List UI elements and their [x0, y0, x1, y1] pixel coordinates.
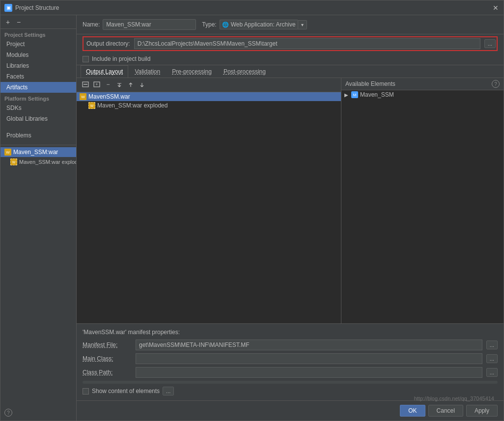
main-content: + − Project Settings Project Modules Lib… [0, 15, 504, 421]
artifact-tree-item-war-exploded[interactable]: W Maven_SSM:war exploded [0, 157, 76, 167]
sidebar: + − Project Settings Project Modules Lib… [0, 15, 77, 421]
manifest-file-label: Manifest File: [83, 342, 132, 348]
show-content-checkbox[interactable] [83, 388, 89, 395]
war-exploded-icon: W [10, 158, 17, 165]
sidebar-toolbar: + − [0, 15, 76, 29]
war-icon: W [4, 149, 11, 156]
tab-post-processing[interactable]: Post-processing [218, 65, 271, 78]
war-exploded-icon-tree: W [88, 102, 95, 109]
sidebar-item-global-libraries[interactable]: Global Libraries [0, 113, 76, 124]
include-checkbox[interactable] [83, 56, 89, 62]
move-up-button[interactable] [126, 80, 136, 90]
output-toolbar: + − [77, 78, 341, 92]
available-elements-header: Available Elements ? [341, 78, 504, 90]
manifest-section: 'MavenSSM.war' manifest properties: Mani… [77, 323, 504, 400]
output-dir-label: Output directory: [84, 40, 130, 47]
main-class-label: Main Class: [83, 355, 132, 362]
sidebar-item-problems[interactable]: Problems [0, 130, 76, 141]
artifact-tree-item-war[interactable]: W Maven_SSM:war [0, 147, 76, 157]
scroll-indicator [83, 381, 498, 384]
sidebar-item-modules[interactable]: Modules [0, 50, 76, 60]
type-label: Type: [202, 21, 216, 28]
sidebar-item-facets[interactable]: Facets [0, 71, 76, 82]
svg-text:+: + [95, 82, 98, 87]
project-settings-section: Project Settings [0, 29, 76, 39]
output-layout-panel: + − [77, 78, 504, 323]
add-element-button[interactable]: + [92, 80, 102, 90]
type-select-container: 🌐 Web Application: Archive ▾ [220, 20, 307, 29]
type-dropdown-button[interactable]: ▾ [298, 20, 307, 29]
svg-rect-1 [84, 84, 87, 85]
type-value: Web Application: Archive [231, 21, 296, 28]
show-content-row: Show content of elements ... [83, 387, 498, 395]
manifest-file-browse[interactable]: ... [486, 341, 498, 349]
available-elements-label: Available Elements [345, 80, 395, 87]
tab-output-layout[interactable]: Output Layout [81, 65, 128, 78]
sidebar-remove-button[interactable]: − [14, 18, 23, 26]
left-tree-panel: + − [77, 78, 341, 323]
tree-node-mavenssm-war[interactable]: W MavenSSM.war [77, 92, 341, 101]
cancel-button[interactable]: Cancel [428, 405, 463, 417]
tabs-row: Output Layout Validation Pre-processing … [77, 65, 504, 78]
right-panel: Name: Type: 🌐 Web Application: Archive ▾ [77, 15, 504, 421]
right-header: Name: Type: 🌐 Web Application: Archive ▾ [77, 15, 504, 34]
main-class-row: Main Class: ... [83, 353, 498, 364]
include-label: Include in project build [92, 55, 150, 62]
sidebar-item-project[interactable]: Project [0, 39, 76, 50]
tab-pre-processing[interactable]: Pre-processing [167, 65, 217, 78]
type-field-group: Type: 🌐 Web Application: Archive ▾ [202, 20, 307, 29]
war-icon-tree: W [80, 93, 86, 100]
right-tree-panel: Available Elements ? ▶ M Maven_SSM [341, 78, 504, 323]
watermark: http://blog.csdn.net/qq_37045414 [414, 395, 494, 401]
sidebar-item-sdks[interactable]: SDKs [0, 103, 76, 113]
main-class-browse[interactable]: ... [486, 354, 498, 363]
include-row: Include in project build [77, 53, 504, 65]
manifest-file-input[interactable] [136, 340, 482, 350]
name-field-group: Name: [83, 19, 196, 30]
move-down-button[interactable] [137, 80, 147, 90]
window-controls: ✕ [492, 4, 500, 12]
main-class-input[interactable] [136, 353, 482, 364]
window-title: Project Structure [15, 4, 59, 11]
sidebar-bottom: ? [0, 405, 76, 421]
remove-element-button[interactable]: − [103, 80, 113, 90]
class-path-browse[interactable]: ... [486, 368, 498, 377]
app-icon: ▣ [4, 4, 12, 12]
apply-button[interactable]: Apply [466, 405, 498, 417]
right-tree-area[interactable]: ▶ M Maven_SSM [341, 90, 504, 323]
output-dir-section: Output directory: ... [77, 34, 504, 53]
folder-chevron: ▶ [344, 92, 348, 98]
sidebar-item-artifacts[interactable]: Artifacts [0, 82, 76, 93]
tree-node-war-exploded[interactable]: W Maven_SSM:war exploded [77, 101, 341, 110]
show-content-browse[interactable]: ... [163, 387, 174, 395]
sidebar-item-libraries[interactable]: Libraries [0, 60, 76, 71]
class-path-row: Class Path: ... [83, 367, 498, 378]
title-bar-left: ▣ Project Structure [4, 4, 59, 12]
ok-button[interactable]: OK [400, 405, 425, 417]
manifest-file-row: Manifest File: ... [83, 340, 498, 350]
tab-validation[interactable]: Validation [129, 65, 166, 78]
sidebar-add-button[interactable]: + [3, 18, 12, 26]
manifest-title: 'MavenSSM.war' manifest properties: [83, 329, 498, 336]
help-button[interactable]: ? [4, 409, 12, 417]
available-elements-help[interactable]: ? [492, 80, 500, 88]
show-content-button[interactable] [81, 80, 90, 90]
left-tree-area[interactable]: W MavenSSM.war W Maven_SSM:war exploded [77, 92, 341, 323]
project-structure-window: ▣ Project Structure ✕ + − Project Settin… [0, 0, 504, 421]
class-path-input[interactable] [136, 367, 482, 378]
close-button[interactable]: ✕ [492, 4, 500, 12]
module-icon: M [351, 91, 358, 98]
tree-node-maven-ssm[interactable]: ▶ M Maven_SSM [341, 90, 504, 99]
extract-button[interactable] [114, 80, 124, 90]
output-dir-browse-button[interactable]: ... [484, 39, 496, 48]
dialog-footer: OK Cancel Apply [77, 400, 504, 421]
title-bar: ▣ Project Structure ✕ [0, 0, 504, 15]
svg-text:−: − [106, 81, 110, 88]
output-dir-input[interactable] [134, 38, 480, 49]
name-label: Name: [83, 21, 100, 28]
name-input[interactable] [103, 19, 196, 30]
platform-settings-section: Platform Settings [0, 93, 76, 103]
show-content-label: Show content of elements [92, 388, 160, 395]
class-path-label: Class Path: [83, 369, 132, 376]
